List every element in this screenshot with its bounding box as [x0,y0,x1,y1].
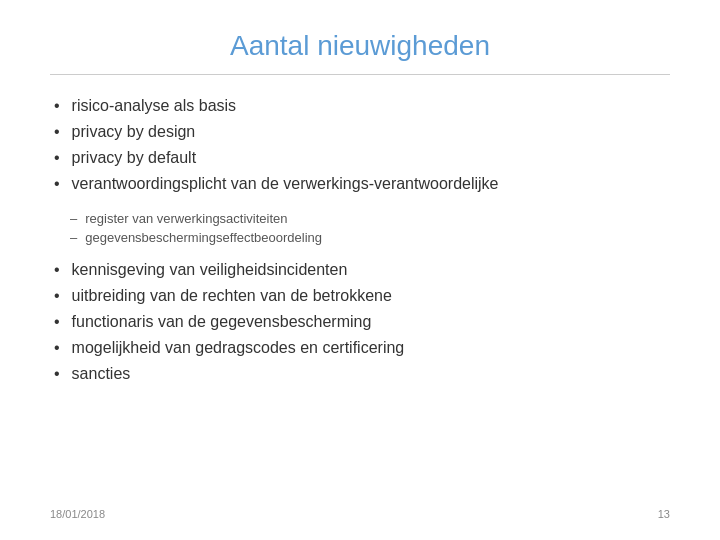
list-item: privacy by design [50,119,670,145]
list-item: privacy by default [50,145,670,171]
list-item: risico-analyse als basis [50,93,670,119]
footer-date: 18/01/2018 [50,508,105,520]
list-item: sancties [50,361,670,387]
footer-page: 13 [658,508,670,520]
slide-footer: 18/01/2018 13 [50,500,670,520]
slide-title: Aantal nieuwigheden [50,30,670,75]
sub-list-item: gegevensbeschermingseffectbeoordeling [70,228,670,247]
list-item: mogelijkheid van gedragscodes en certifi… [50,335,670,361]
list-item: verantwoordingsplicht van de verwerkings… [50,171,670,197]
sub-bullet-list: register van verwerkingsactiviteiten geg… [70,209,670,247]
slide: Aantal nieuwigheden risico-analyse als b… [0,0,720,540]
sub-list-item: register van verwerkingsactiviteiten [70,209,670,228]
top-bullet-list: risico-analyse als basis privacy by desi… [50,93,670,197]
slide-content: risico-analyse als basis privacy by desi… [50,93,670,500]
list-item: kennisgeving van veiligheidsincidenten [50,257,670,283]
bottom-bullet-list: kennisgeving van veiligheidsincidenten u… [50,257,670,387]
list-item: functionaris van de gegevensbescherming [50,309,670,335]
list-item: uitbreiding van de rechten van de betrok… [50,283,670,309]
